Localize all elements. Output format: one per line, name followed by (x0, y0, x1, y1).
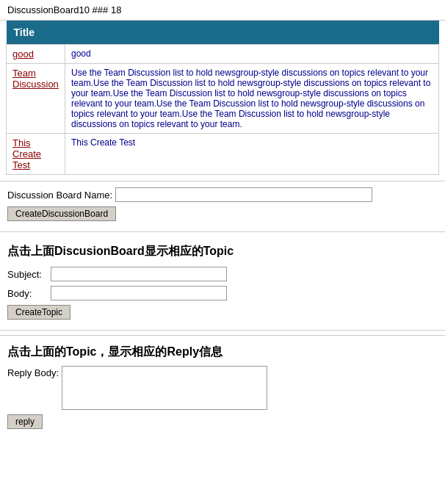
reply-body-label: Reply Body: (7, 366, 59, 378)
reply-section: 点击上面的Topic，显示相应的Reply信息 Reply Body: repl… (0, 335, 445, 435)
topic-section-header: 点击上面DiscusionBoard显示相应的Topic (0, 237, 445, 264)
board-name-label: Discussion Board Name: (7, 190, 112, 201)
reply-body-input[interactable] (62, 366, 267, 410)
board-name-input[interactable] (115, 187, 372, 202)
page-title: DiscussionBoard10 ### 18 (0, 0, 445, 21)
table-row-link[interactable]: good (12, 48, 34, 60)
subject-input[interactable] (51, 267, 227, 281)
table-section: Title goodgoodTeam DiscussionUse the Tea… (0, 21, 445, 181)
create-topic-button[interactable]: CreateTopic (7, 305, 70, 320)
table-row-body: This Create Test (65, 134, 439, 175)
table-row-link[interactable]: Team Discussion (12, 68, 59, 90)
table-row-link-cell[interactable]: Team Discussion (7, 64, 65, 134)
table-row: This Create TestThis Create Test (7, 134, 439, 175)
table-row-link[interactable]: This Create Test (12, 137, 41, 170)
table-row: Team DiscussionUse the Team Discussion l… (7, 64, 439, 134)
table-header: Title (7, 21, 439, 45)
create-board-button[interactable]: CreateDiscussionBoard (7, 206, 116, 221)
topic-form: Subject: Body: CreateTopic (0, 264, 445, 325)
subject-label: Subject: (7, 269, 48, 280)
topic-body-input[interactable] (51, 286, 227, 300)
table-row-link-cell[interactable]: good (7, 45, 65, 64)
discussion-board-table: Title goodgoodTeam DiscussionUse the Tea… (6, 21, 439, 175)
topic-body-label: Body: (7, 288, 48, 299)
table-row-body: good (65, 45, 439, 64)
reply-button[interactable]: reply (7, 414, 43, 429)
table-row-body: Use the Team Discussion list to hold new… (65, 64, 439, 134)
table-row: goodgood (7, 45, 439, 64)
create-board-form: Discussion Board Name: CreateDiscussionB… (0, 181, 445, 227)
table-row-link-cell[interactable]: This Create Test (7, 134, 65, 175)
reply-section-header: 点击上面的Topic，显示相应的Reply信息 (7, 340, 438, 366)
